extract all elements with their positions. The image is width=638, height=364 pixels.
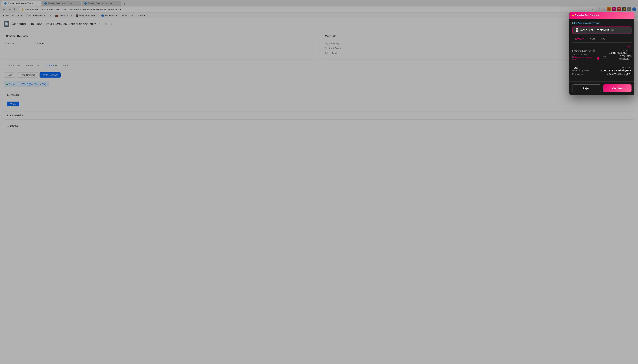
total-label: Total: [572, 66, 578, 69]
max-amount-section: Max amount: 0.00013733 RinkebyETH: [572, 73, 631, 76]
popup-body: https://rinkeby.etherscan.io 🃏 0x83C...6…: [569, 19, 634, 81]
network-label: Rinkeby Test Network: [575, 14, 599, 16]
popup-tabs: DETAILS DATA HEX: [572, 36, 631, 42]
total-value-container: 0.00013733 0.00013733 RinkebyETH: [600, 66, 631, 72]
popup-tab-data[interactable]: DATA: [587, 36, 598, 42]
contract-badge-text: 0x83C...6F71 : FREE MINT: [580, 29, 609, 32]
popup-actions: Reject Confirm: [569, 81, 634, 95]
gas-fee-info-icon[interactable]: i: [592, 50, 595, 52]
reject-button[interactable]: Reject: [572, 84, 601, 92]
popup-overlay[interactable]: Rinkeby Test Network https://rinkeby.eth…: [0, 0, 638, 364]
popup-url[interactable]: https://rinkeby.etherscan.io: [572, 22, 631, 24]
network-dot: [572, 14, 574, 16]
gas-fee-section: Estimated gas fee i Site suggested Unkno…: [572, 50, 631, 61]
popup-header: Rinkeby Test Network: [569, 12, 634, 19]
edit-link[interactable]: EDIT: [572, 46, 631, 48]
total-eth-usd: 0.00013733: [600, 66, 631, 69]
gas-unknown-label: Unknown processing time !: [572, 56, 599, 61]
contract-card-icon: 🃏: [575, 28, 579, 32]
popup-contract-badge: 🃏 0x83C...6F71 : FREE MINT i: [572, 26, 631, 34]
gas-fee-label: Estimated gas fee i: [572, 50, 599, 52]
total-section: Total Amount + gas fee 0.00013733 0.0001…: [572, 66, 631, 76]
popup-network: Rinkeby Test Network: [572, 14, 599, 16]
confirm-button[interactable]: Confirm: [603, 84, 631, 92]
warning-icon: !: [597, 57, 599, 60]
contract-info-icon[interactable]: i: [611, 29, 614, 32]
total-row: Total Amount + gas fee 0.00013733 0.0001…: [572, 66, 631, 72]
total-label-container: Total Amount + gas fee: [572, 66, 589, 72]
popup-tab-details[interactable]: DETAILS: [572, 36, 587, 42]
metamask-popup: Rinkeby Test Network https://rinkeby.eth…: [569, 12, 634, 95]
gas-fee-label-container: Estimated gas fee i Site suggested Unkno…: [572, 50, 599, 61]
gas-fee-value: 0.00013733 0.000137 RinkebyETH Max fee: …: [599, 50, 631, 60]
gas-fee-usd: 0.00013733: [599, 50, 631, 52]
gas-max-value: 0.00013733 RinkebyETH: [608, 55, 631, 60]
divider: [572, 64, 631, 64]
gas-fee-label-text: Estimated gas fee: [572, 50, 591, 52]
gas-fee-row: Estimated gas fee i Site suggested Unkno…: [572, 50, 631, 61]
max-amount-label: Max amount:: [572, 73, 584, 76]
gas-max-label: Max fee:: [599, 56, 607, 60]
total-eth-value: 0.00013733 RinkebyETH: [600, 69, 631, 72]
max-amount-value: 0.00013733 RinkebyETH: [607, 73, 631, 76]
gas-site-suggested-label: Site suggested: [572, 54, 599, 56]
popup-tab-hex[interactable]: HEX: [598, 36, 608, 42]
amount-gas-label: Amount + gas fee: [572, 69, 589, 72]
gas-fee-eth: 0.000137 RinkebyETH: [599, 52, 631, 54]
gas-unknown-text: Unknown processing time: [572, 56, 596, 61]
